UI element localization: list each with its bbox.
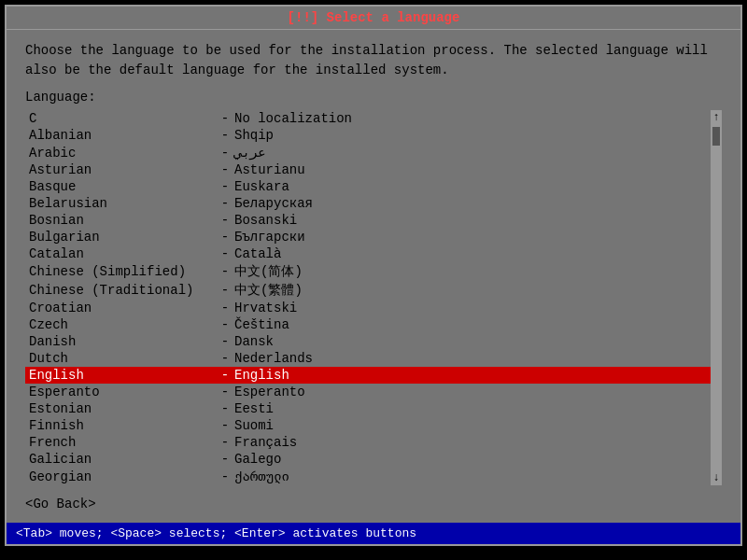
language-row[interactable]: Catalan-Català xyxy=(25,245,711,262)
language-dash: - xyxy=(216,213,234,228)
language-name: Finnish xyxy=(29,418,216,433)
language-name: Catalan xyxy=(29,246,216,261)
language-dash: - xyxy=(216,128,234,143)
language-name: Esperanto xyxy=(29,385,216,399)
language-native: عربي xyxy=(234,145,266,161)
language-native: Dansk xyxy=(234,334,274,349)
language-name: Dutch xyxy=(29,351,216,366)
language-native: Hrvatski xyxy=(234,301,297,315)
language-name: French xyxy=(29,435,216,450)
language-row[interactable]: Basque-Euskara xyxy=(25,178,711,195)
language-native: Български xyxy=(234,230,305,245)
language-native: No localization xyxy=(234,111,352,126)
scroll-thumb xyxy=(712,127,720,146)
language-dash: - xyxy=(216,401,234,416)
scroll-up-button[interactable]: ↑ xyxy=(712,112,719,123)
language-dash: - xyxy=(216,418,234,433)
language-name: Croatian xyxy=(29,301,216,315)
language-dash: - xyxy=(216,469,234,484)
language-row[interactable]: Chinese (Simplified)-中文(简体) xyxy=(25,262,711,281)
language-native: 中文(简体) xyxy=(234,263,303,280)
language-native: Suomi xyxy=(234,418,274,433)
language-row[interactable]: Estonian-Eesti xyxy=(25,400,711,417)
language-native: Galego xyxy=(234,452,281,467)
language-native: Bosanski xyxy=(234,213,297,228)
language-row[interactable]: Dutch-Nederlands xyxy=(25,350,711,367)
main-content: Choose the language to be used for the i… xyxy=(7,30,740,523)
language-name: Georgian xyxy=(29,469,216,484)
language-row[interactable]: Bosnian-Bosanski xyxy=(25,212,711,229)
language-dash: - xyxy=(216,283,234,298)
language-native: Asturianu xyxy=(234,162,305,177)
title-text: [!!] Select a language xyxy=(288,10,460,25)
title-bar: [!!] Select a language xyxy=(7,7,740,30)
language-dash: - xyxy=(216,246,234,261)
language-native: 中文(繁體) xyxy=(234,282,303,299)
language-dash: - xyxy=(216,452,234,467)
language-dash: - xyxy=(216,317,234,332)
language-name: Czech xyxy=(29,317,216,332)
language-dash: - xyxy=(216,162,234,177)
language-name: Belarusian xyxy=(29,196,216,211)
language-dash: - xyxy=(216,264,234,279)
language-name: Danish xyxy=(29,334,216,349)
dialog-window: [!!] Select a language Choose the langua… xyxy=(5,5,742,546)
language-name: Asturian xyxy=(29,162,216,177)
language-row[interactable]: Asturian-Asturianu xyxy=(25,161,711,178)
language-native: Català xyxy=(234,246,281,261)
language-native: Esperanto xyxy=(234,385,305,399)
language-row[interactable]: Danish-Dansk xyxy=(25,333,711,350)
language-dash: - xyxy=(216,146,234,161)
language-native: Čeština xyxy=(234,317,289,332)
language-row[interactable]: Albanian-Shqip xyxy=(25,127,711,144)
language-row[interactable]: Chinese (Traditional)-中文(繁體) xyxy=(25,281,711,300)
language-row[interactable]: Arabic-عربي xyxy=(25,144,711,161)
description-text: Choose the language to be used for the i… xyxy=(25,41,722,80)
language-native: Français xyxy=(234,435,297,450)
language-row[interactable]: Galician-Galego xyxy=(25,451,711,468)
language-name: C xyxy=(29,111,216,126)
language-row[interactable]: Bulgarian-Български xyxy=(25,229,711,245)
language-name: Galician xyxy=(29,452,216,467)
status-bar: <Tab> moves; <Space> selects; <Enter> ac… xyxy=(7,523,740,544)
language-native: Беларуская xyxy=(234,196,313,211)
language-name: Arabic xyxy=(29,146,216,161)
language-row[interactable]: French-Français xyxy=(25,434,711,451)
scrollbar: ↑ ↓ xyxy=(711,110,722,485)
list-container: C-No localizationAlbanian-ShqipArabic-عر… xyxy=(25,110,722,485)
language-dash: - xyxy=(216,368,234,383)
language-native: English xyxy=(234,368,289,383)
language-name: English xyxy=(29,368,216,383)
language-native: Nederlands xyxy=(234,351,313,366)
language-name: Basque xyxy=(29,179,216,194)
language-dash: - xyxy=(216,334,234,349)
language-dash: - xyxy=(216,385,234,399)
language-native: ქართული xyxy=(234,469,289,484)
language-native: Euskara xyxy=(234,179,289,194)
language-dash: - xyxy=(216,435,234,450)
language-list: C-No localizationAlbanian-ShqipArabic-عر… xyxy=(25,110,711,485)
language-name: Chinese (Simplified) xyxy=(29,264,216,279)
language-dash: - xyxy=(216,230,234,245)
language-row[interactable]: English-English xyxy=(25,367,711,384)
language-row[interactable]: Esperanto-Esperanto xyxy=(25,384,711,400)
language-row[interactable]: Georgian-ქართული xyxy=(25,468,711,485)
language-name: Estonian xyxy=(29,401,216,416)
language-name: Bulgarian xyxy=(29,230,216,245)
go-back-button[interactable]: <Go Back> xyxy=(25,497,722,511)
language-name: Bosnian xyxy=(29,213,216,228)
language-dash: - xyxy=(216,179,234,194)
language-row[interactable]: Finnish-Suomi xyxy=(25,417,711,434)
language-native: Eesti xyxy=(234,401,274,416)
language-dash: - xyxy=(216,351,234,366)
language-row[interactable]: Czech-Čeština xyxy=(25,316,711,333)
language-name: Albanian xyxy=(29,128,216,143)
language-row[interactable]: Belarusian-Беларуская xyxy=(25,195,711,212)
scroll-down-button[interactable]: ↓ xyxy=(712,472,719,483)
language-row[interactable]: Croatian-Hrvatski xyxy=(25,300,711,316)
language-label: Language: xyxy=(25,90,722,105)
language-name: Chinese (Traditional) xyxy=(29,283,216,298)
language-dash: - xyxy=(216,301,234,315)
language-native: Shqip xyxy=(234,128,274,143)
language-row[interactable]: C-No localization xyxy=(25,110,711,127)
